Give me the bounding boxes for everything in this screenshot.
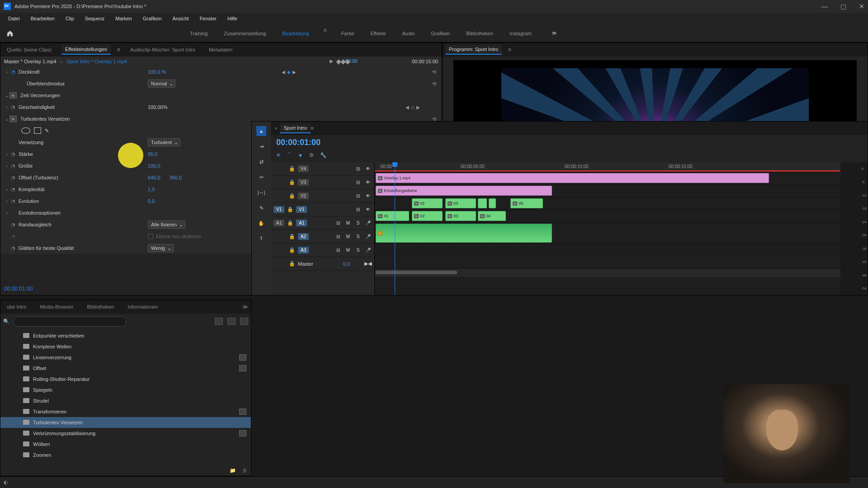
- menu-fenster[interactable]: Fenster: [195, 14, 221, 23]
- track-v3[interactable]: V3: [298, 179, 309, 186]
- kf-add-icon[interactable]: ◆: [287, 70, 291, 75]
- menu-ansicht[interactable]: Ansicht: [168, 14, 193, 23]
- toggle-output[interactable]: ⊟: [354, 206, 362, 213]
- toggle-output[interactable]: ⊟: [354, 165, 362, 173]
- pen-tool[interactable]: ✎: [256, 203, 266, 213]
- stopwatch-icon[interactable]: ◔: [9, 174, 17, 181]
- hand-tool[interactable]: ✋: [256, 218, 266, 228]
- marker-icon[interactable]: ▼: [298, 153, 303, 158]
- lock-icon[interactable]: 🔒: [287, 220, 293, 226]
- mask-rect-icon[interactable]: [34, 127, 41, 134]
- playhead[interactable]: [395, 162, 395, 295]
- stopwatch-icon[interactable]: ◔: [9, 68, 17, 75]
- toggle-output[interactable]: ⊟: [335, 220, 342, 227]
- eye-icon[interactable]: 👁: [364, 206, 372, 213]
- time-ruler[interactable]: :00:00 00:00:05:00 00:00:10:00 00:00:15:…: [375, 162, 840, 172]
- fx-badge[interactable]: fx: [9, 116, 17, 122]
- track-v1[interactable]: V1: [296, 206, 307, 213]
- clip-small[interactable]: [478, 198, 487, 208]
- expand-arrow[interactable]: ⌄: [4, 116, 9, 122]
- kf-prev-icon[interactable]: ◀: [406, 105, 409, 110]
- ec-play-icon[interactable]: ▶: [330, 58, 333, 64]
- menu-hilfe[interactable]: Hilfe: [223, 14, 242, 23]
- kf-next-icon[interactable]: ▶: [292, 70, 296, 75]
- fx-badge[interactable]: fx: [9, 92, 17, 99]
- lock-icon[interactable]: 🔒: [287, 206, 293, 212]
- expand-arrow[interactable]: ›: [4, 210, 9, 216]
- audio-clip[interactable]: fx: [376, 224, 552, 243]
- search-input[interactable]: [13, 316, 126, 327]
- tab-project[interactable]: ube Intro: [3, 302, 30, 311]
- tab-audio-mixer[interactable]: Audioclip-Mischer: Sport Intro: [127, 45, 199, 54]
- tab-info[interactable]: Informationen: [124, 302, 161, 311]
- ws-bibliotheken[interactable]: Bibliotheken: [464, 27, 495, 40]
- clip-small[interactable]: [489, 198, 496, 208]
- track-v2[interactable]: V2: [298, 192, 309, 199]
- ws-zusammenstellung[interactable]: Zusammenstellung: [222, 27, 268, 40]
- tl-panel-menu[interactable]: ≡: [311, 125, 314, 131]
- ws-overflow-button[interactable]: ≫: [552, 30, 557, 36]
- effect-item[interactable]: Turbulentes Versetzen: [0, 417, 251, 428]
- link-icon[interactable]: ⌒: [287, 152, 292, 159]
- stopwatch-icon[interactable]: ◔: [9, 150, 17, 158]
- toggle-output[interactable]: ⊟: [354, 179, 362, 186]
- menu-clip[interactable]: Clip: [61, 14, 79, 23]
- razor-tool[interactable]: ✂: [256, 172, 266, 182]
- lock-icon[interactable]: 🔒: [289, 193, 295, 199]
- stopwatch-icon[interactable]: ◔: [9, 197, 17, 205]
- voice-icon[interactable]: 🎤: [364, 247, 372, 254]
- mask-pen-icon[interactable]: ✎: [45, 128, 49, 134]
- settings-icon[interactable]: ⚙: [309, 152, 314, 158]
- reset-icon[interactable]: ⟲: [430, 81, 438, 87]
- expand-arrow[interactable]: ›: [4, 163, 9, 169]
- lock-icon[interactable]: 🔒: [289, 179, 295, 185]
- mute-button[interactable]: M: [344, 233, 352, 240]
- close-window-button[interactable]: ✕: [859, 3, 864, 10]
- kf-add-icon[interactable]: ◇: [411, 105, 415, 110]
- expand-arrow[interactable]: ›: [4, 104, 9, 110]
- mute-button[interactable]: M: [344, 247, 352, 254]
- lock-icon[interactable]: 🔒: [289, 261, 295, 267]
- timeline-timecode[interactable]: 00:00:01:00: [271, 135, 868, 150]
- selection-tool[interactable]: ▲: [256, 126, 266, 136]
- ec-clip-label[interactable]: Sport Intro * Overlay 1.mp4: [67, 59, 127, 64]
- close-seq-icon[interactable]: ×: [274, 126, 277, 131]
- stopwatch-icon[interactable]: ◔: [9, 162, 17, 169]
- mute-button[interactable]: M: [344, 220, 352, 227]
- effect-item[interactable]: Komplexe Wellen: [0, 341, 251, 352]
- effect-item[interactable]: Offset: [0, 363, 251, 374]
- seq-tab[interactable]: Sport Intro: [280, 123, 310, 133]
- expand-arrow[interactable]: ›: [4, 198, 9, 204]
- clip-04[interactable]: fx04: [478, 211, 506, 221]
- ws-effekte[interactable]: Effekte: [368, 27, 387, 40]
- clip-overlay[interactable]: fxOverlay 1.mp4: [376, 173, 769, 183]
- menu-marken[interactable]: Marken: [111, 14, 137, 23]
- menu-sequenz[interactable]: Sequenz: [80, 14, 109, 23]
- effect-item[interactable]: Linsenverzerrung: [0, 352, 251, 363]
- tab-libraries[interactable]: Bibliotheken: [83, 302, 118, 311]
- amount-value[interactable]: 65,0: [148, 151, 157, 157]
- voice-icon[interactable]: 🎤: [364, 233, 372, 240]
- effect-item[interactable]: Rolling-Shutter-Reparatur: [0, 374, 251, 385]
- antialias-select[interactable]: Wenig ⌄: [148, 244, 174, 252]
- eye-icon[interactable]: 👁: [364, 179, 372, 186]
- displacement-select[interactable]: Turbulent ⌄: [148, 138, 180, 146]
- src-v1[interactable]: V1: [274, 206, 284, 213]
- browser-overflow-icon[interactable]: ≫: [242, 304, 248, 310]
- effect-item[interactable]: Verkrümmungsstabilisierung: [0, 428, 251, 439]
- reset-icon[interactable]: ⟲: [430, 69, 438, 75]
- chevron-down-icon[interactable]: ⌄: [59, 58, 63, 64]
- solo-button[interactable]: S: [354, 247, 362, 254]
- kf-next-icon[interactable]: ▶: [416, 105, 420, 110]
- lock-icon[interactable]: 🔒: [289, 247, 295, 253]
- lock-icon[interactable]: 🔒: [289, 166, 295, 172]
- track-a3[interactable]: A3: [298, 247, 309, 253]
- tab-program[interactable]: Programm: Sport Intro: [445, 45, 502, 55]
- offset-x[interactable]: 640,0: [148, 175, 160, 180]
- menu-bearbeiten[interactable]: Bearbeiten: [26, 14, 59, 23]
- timeline-scrollbar[interactable]: [375, 269, 840, 277]
- wrench-icon[interactable]: 🔧: [320, 152, 326, 158]
- slip-tool[interactable]: |↔|: [256, 188, 266, 197]
- tab-source[interactable]: Quelle: (keine Clips): [3, 45, 55, 54]
- speed-value[interactable]: 100,00%: [148, 104, 167, 110]
